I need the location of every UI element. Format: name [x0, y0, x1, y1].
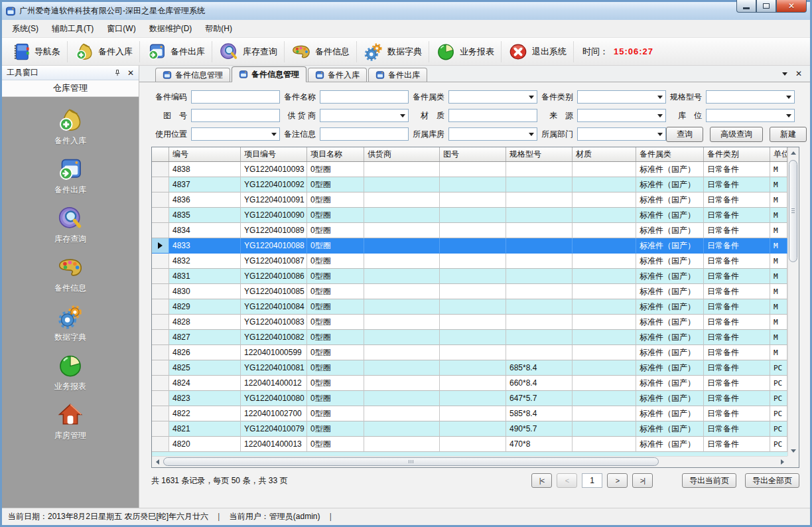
table-cell-spec[interactable]: [506, 177, 573, 192]
table-cell-id[interactable]: 4836: [169, 192, 241, 208]
table-cell-project_no[interactable]: YG12204010079: [241, 421, 307, 437]
table-cell-drawing_no[interactable]: [440, 345, 506, 360]
table-cell-project_no[interactable]: YG12204010089: [241, 223, 307, 238]
scroll-left-icon[interactable]: [152, 457, 163, 467]
search-select-warehouse[interactable]: [448, 127, 537, 141]
table-cell-project_name[interactable]: 0型圈: [307, 360, 364, 376]
table-cell-category[interactable]: 标准件（国产）: [636, 376, 704, 391]
table-cell-project_name[interactable]: 0型圈: [307, 208, 364, 223]
table-cell-supplier[interactable]: [364, 299, 440, 315]
row-selector-cell[interactable]: [152, 254, 169, 269]
table-cell-type[interactable]: 日常备件: [704, 284, 770, 299]
table-cell-id[interactable]: 4822: [169, 406, 241, 421]
table-cell-drawing_no[interactable]: [440, 208, 506, 223]
table-cell-project_no[interactable]: YG12204010087: [241, 254, 307, 269]
row-selector-cell[interactable]: [152, 192, 169, 208]
table-cell-drawing_no[interactable]: [440, 391, 506, 406]
table-cell-type[interactable]: 日常备件: [704, 177, 770, 192]
table-cell-drawing_no[interactable]: [440, 192, 506, 208]
scroll-right-icon[interactable]: [777, 457, 787, 467]
table-cell-type[interactable]: 日常备件: [704, 315, 770, 330]
table-row[interactable]: 4825YG122040100810型圈685*8.4标准件（国产）日常备件PC: [152, 360, 787, 376]
table-cell-material[interactable]: [573, 254, 636, 269]
close-button[interactable]: ✕: [776, 0, 807, 13]
scroll-up-icon[interactable]: [788, 147, 799, 158]
header-cell-project_no[interactable]: 项目编号: [241, 147, 307, 161]
table-cell-spec[interactable]: [506, 254, 573, 269]
table-cell-unit[interactable]: M: [770, 192, 787, 208]
table-cell-unit[interactable]: M: [770, 299, 787, 315]
table-cell-project_name[interactable]: 0型圈: [307, 437, 364, 452]
table-cell-spec[interactable]: [506, 223, 573, 238]
table-cell-project_name[interactable]: 0型圈: [307, 391, 364, 406]
table-cell-type[interactable]: 日常备件: [704, 269, 770, 284]
search-input-part-name[interactable]: [320, 90, 409, 104]
table-cell-category[interactable]: 标准件（国产）: [636, 360, 704, 376]
table-cell-supplier[interactable]: [364, 284, 440, 299]
table-cell-project_no[interactable]: YG12204010086: [241, 269, 307, 284]
table-row[interactable]: 4827YG122040100820型圈标准件（国产）日常备件M: [152, 330, 787, 345]
table-cell-category[interactable]: 标准件（国产）: [636, 238, 704, 254]
toolbar-navbar-button[interactable]: 导航条: [5, 40, 66, 64]
table-cell-category[interactable]: 标准件（国产）: [636, 421, 704, 437]
sidebar-item-part-inbound[interactable]: 备件入库: [54, 107, 86, 147]
table-cell-unit[interactable]: PC: [770, 391, 787, 406]
horizontal-scrollbar[interactable]: [152, 456, 787, 467]
table-cell-unit[interactable]: M: [770, 315, 787, 330]
table-cell-material[interactable]: [573, 284, 636, 299]
table-cell-supplier[interactable]: [364, 223, 440, 238]
table-cell-id[interactable]: 4823: [169, 391, 241, 406]
table-cell-spec[interactable]: 470*8: [506, 437, 573, 452]
table-cell-supplier[interactable]: [364, 330, 440, 345]
table-cell-id[interactable]: 4820: [169, 437, 241, 452]
table-cell-id[interactable]: 4835: [169, 208, 241, 223]
table-cell-supplier[interactable]: [364, 177, 440, 192]
search-select-part-category[interactable]: [448, 90, 537, 104]
table-cell-unit[interactable]: PC: [770, 376, 787, 391]
table-cell-project_no[interactable]: YG12204010088: [241, 238, 307, 254]
row-selector-cell[interactable]: [152, 223, 169, 238]
table-cell-spec[interactable]: 685*8.4: [506, 360, 573, 376]
table-cell-type[interactable]: 日常备件: [704, 299, 770, 315]
search-input-part-code[interactable]: [191, 90, 280, 104]
table-cell-material[interactable]: [573, 437, 636, 452]
sidebar-item-stock-query[interactable]: 库存查询: [54, 205, 86, 245]
table-cell-supplier[interactable]: [364, 437, 440, 452]
row-selector-cell[interactable]: [152, 315, 169, 330]
table-cell-id[interactable]: 4828: [169, 315, 241, 330]
table-cell-drawing_no[interactable]: [440, 177, 506, 192]
toolbar-stock-query-button[interactable]: 库存查询: [213, 40, 283, 64]
table-cell-category[interactable]: 标准件（国产）: [636, 330, 704, 345]
table-cell-spec[interactable]: [506, 284, 573, 299]
sidebar-item-part-info[interactable]: 备件信息: [54, 254, 86, 294]
row-selector-cell[interactable]: [152, 421, 169, 437]
table-cell-type[interactable]: 日常备件: [704, 345, 770, 360]
table-cell-supplier[interactable]: [364, 192, 440, 208]
table-cell-unit[interactable]: PC: [770, 406, 787, 421]
row-selector-cell[interactable]: [152, 299, 169, 315]
table-cell-spec[interactable]: [506, 269, 573, 284]
table-cell-id[interactable]: 4838: [169, 162, 241, 177]
table-cell-category[interactable]: 标准件（国产）: [636, 391, 704, 406]
table-cell-material[interactable]: [573, 223, 636, 238]
table-cell-supplier[interactable]: [364, 406, 440, 421]
table-cell-project_name[interactable]: 0型圈: [307, 345, 364, 360]
table-cell-category[interactable]: 标准件（国产）: [636, 345, 704, 360]
table-cell-spec[interactable]: [506, 238, 573, 254]
table-cell-unit[interactable]: M: [770, 254, 787, 269]
header-cell-supplier[interactable]: 供货商: [364, 147, 440, 161]
row-selector-cell[interactable]: [152, 376, 169, 391]
table-cell-type[interactable]: 日常备件: [704, 223, 770, 238]
table-cell-material[interactable]: [573, 376, 636, 391]
minimize-button[interactable]: [736, 0, 756, 13]
tab-part-info-mgmt-1[interactable]: 备件信息管理: [155, 68, 230, 82]
table-cell-supplier[interactable]: [364, 269, 440, 284]
table-cell-supplier[interactable]: [364, 360, 440, 376]
table-cell-drawing_no[interactable]: [440, 254, 506, 269]
table-cell-material[interactable]: [573, 391, 636, 406]
table-cell-project_name[interactable]: 0型圈: [307, 330, 364, 345]
table-cell-material[interactable]: [573, 192, 636, 208]
table-row[interactable]: 4834YG122040100890型圈标准件（国产）日常备件M: [152, 223, 787, 238]
row-selector-cell[interactable]: [152, 284, 169, 299]
table-cell-project_name[interactable]: 0型圈: [307, 406, 364, 421]
